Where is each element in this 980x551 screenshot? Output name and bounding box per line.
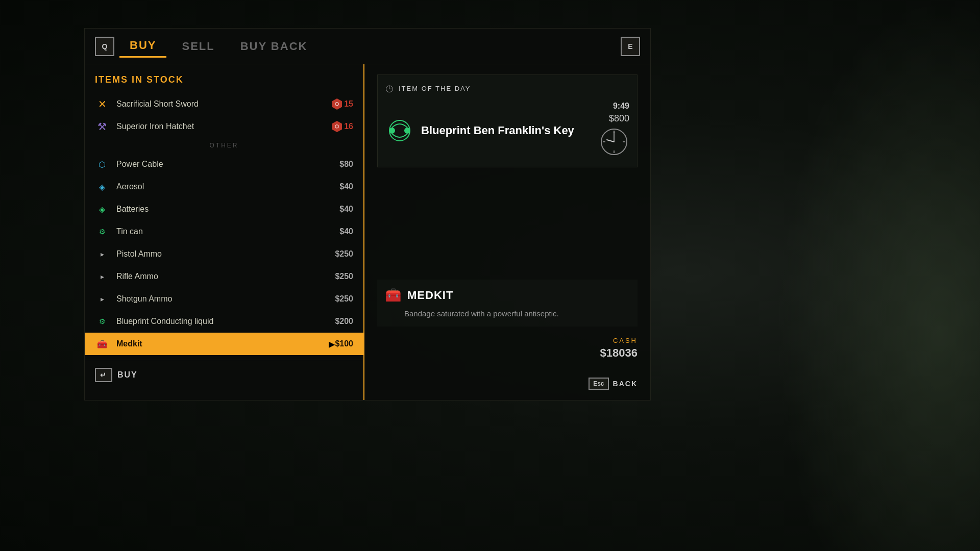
iotd-content: Blueprint Ben Franklin's Key 9:49 $800 [385, 102, 629, 159]
svg-point-1 [389, 128, 395, 134]
section-title: ITEMS IN STOCK [85, 74, 363, 93]
list-item[interactable]: ▸ Shotgun Ammo $250 [85, 288, 363, 310]
list-item[interactable]: ▸ Pistol Ammo $250 [85, 243, 363, 265]
item-icon-sword: ✕ [95, 97, 109, 111]
list-item[interactable]: ✕ Sacrificial Short Sword ⬡ 15 [85, 93, 363, 115]
item-icon-medkit: 🧰 [95, 337, 109, 351]
enter-key-icon: ↵ [95, 368, 112, 382]
svg-point-2 [404, 128, 410, 134]
item-price: $250 [335, 272, 353, 281]
list-item[interactable]: ⚒ Superior Iron Hatchet ⬡ 16 [85, 115, 363, 138]
item-detail-section: 🧰 MEDKIT Bandage saturated with a powerf… [377, 280, 638, 327]
item-name: Batteries [116, 205, 339, 214]
iotd-price-area: 9:49 $800 [599, 102, 629, 159]
tab-buy[interactable]: BUY [119, 35, 166, 58]
cash-label: CASH [377, 337, 638, 344]
esc-key-icon: Esc [589, 378, 608, 390]
item-price: ⬡ 15 [332, 98, 353, 110]
item-price: $80 [339, 160, 353, 169]
svg-line-8 [607, 140, 614, 142]
list-item[interactable]: ⚙ Blueprint Conducting liquid $200 [85, 310, 363, 333]
item-name: Tin can [116, 227, 339, 236]
item-icon: ▸ [95, 292, 109, 306]
buy-btn-bar: ↵ BUY [85, 360, 363, 390]
item-price: $40 [339, 205, 353, 214]
list-item[interactable]: ◆ Firecrackers $20 [85, 355, 363, 360]
back-label: BACK [613, 380, 638, 388]
iotd-item-icon [385, 116, 413, 144]
hex-currency-icon: ⬡ [332, 98, 342, 110]
item-name: Aerosol [116, 182, 339, 191]
content-area: ITEMS IN STOCK ✕ Sacrificial Short Sword… [85, 64, 650, 400]
cursor-indicator: ▶ [329, 339, 335, 349]
item-price: $100 [335, 339, 353, 348]
item-icon: ⚙ [95, 224, 109, 239]
item-of-day-section: ◷ ITEM OF THE DAY Blueprint Ben Frankli [377, 74, 638, 167]
spacer [377, 178, 638, 269]
item-price: $40 [339, 227, 353, 236]
iotd-price: $800 [599, 113, 629, 124]
shop-container: Q BUY SELL BUY BACK E ITEMS IN STOCK ✕ S… [84, 28, 651, 400]
item-name: Blueprint Conducting liquid [116, 317, 335, 326]
clock-dial [599, 127, 629, 157]
tab-sell[interactable]: SELL [172, 36, 225, 57]
list-item-medkit[interactable]: 🧰 Medkit ▶ $100 [85, 333, 363, 355]
item-price: $250 [335, 249, 353, 259]
item-icon: ▸ [95, 247, 109, 261]
buy-button[interactable]: ↵ BUY [95, 368, 353, 382]
list-item[interactable]: ⚙ Tin can $40 [85, 220, 363, 243]
list-item[interactable]: ⬡ Power Cable $80 [85, 153, 363, 176]
cash-amount: $18036 [377, 346, 638, 360]
item-icon-hatchet: ⚒ [95, 119, 109, 134]
detail-item-name: MEDKIT [407, 289, 453, 302]
tab-bar: Q BUY SELL BUY BACK E [85, 29, 650, 64]
item-name: Sacrificial Short Sword [116, 99, 332, 109]
item-name: Pistol Ammo [116, 249, 335, 259]
item-name: Superior Iron Hatchet [116, 122, 332, 131]
item-icon: ▸ [95, 269, 109, 284]
iotd-header: ◷ ITEM OF THE DAY [385, 83, 629, 94]
back-button[interactable]: Esc BACK [377, 378, 638, 390]
list-item[interactable]: ◈ Batteries $40 [85, 198, 363, 220]
tab-buyback[interactable]: BUY BACK [230, 36, 318, 57]
clock-icon: ◷ [385, 83, 395, 94]
item-name: Power Cable [116, 160, 339, 169]
e-key-button[interactable]: E [621, 37, 640, 56]
item-icon: ⬡ [95, 157, 109, 171]
item-icon: ◆ [95, 359, 109, 360]
detail-item-icon: 🧰 [385, 287, 401, 303]
detail-header: 🧰 MEDKIT [385, 287, 630, 303]
item-price: $200 [335, 317, 353, 326]
item-name: Rifle Ammo [116, 272, 335, 281]
q-key-button[interactable]: Q [95, 37, 114, 56]
right-panel: ◷ ITEM OF THE DAY Blueprint Ben Frankli [364, 64, 650, 400]
cash-display: CASH $18036 [377, 337, 638, 360]
item-name: Medkit [116, 339, 325, 348]
item-list[interactable]: ✕ Sacrificial Short Sword ⬡ 15 ⚒ Superio… [85, 93, 363, 360]
bg-blur [776, 0, 980, 551]
detail-description: Bandage saturated with a powerful antise… [385, 308, 630, 319]
item-icon: ◈ [95, 180, 109, 194]
left-panel: ITEMS IN STOCK ✕ Sacrificial Short Sword… [85, 64, 364, 400]
item-name: Shotgun Ammo [116, 294, 335, 304]
hex-currency-icon: ⬡ [332, 121, 342, 132]
list-item[interactable]: ▸ Rifle Ammo $250 [85, 265, 363, 288]
item-icon: ◈ [95, 202, 109, 216]
item-price: ⬡ 16 [332, 121, 353, 132]
iotd-time: 9:49 [599, 102, 629, 111]
category-divider: OTHER [85, 138, 363, 153]
list-item[interactable]: ◈ Aerosol $40 [85, 176, 363, 198]
iotd-item-name: Blueprint Ben Franklin's Key [421, 124, 591, 137]
item-icon: ⚙ [95, 314, 109, 329]
item-price: $40 [339, 182, 353, 191]
item-price: $250 [335, 294, 353, 304]
